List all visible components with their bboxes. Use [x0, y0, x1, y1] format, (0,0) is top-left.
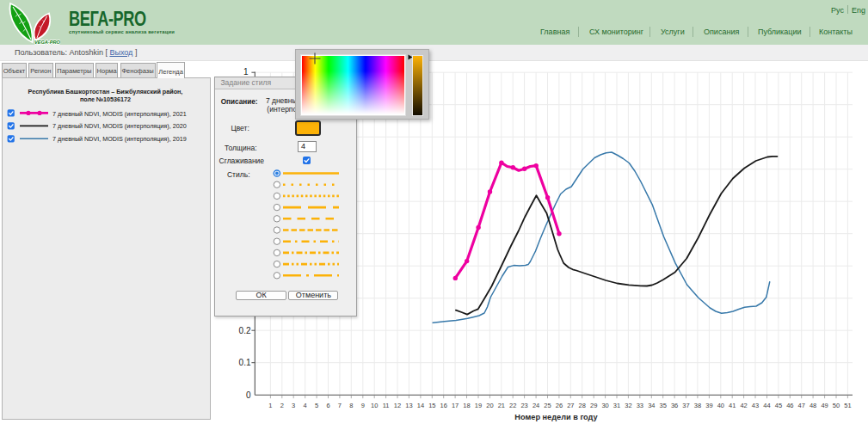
svg-text:19: 19 [475, 402, 482, 409]
svg-text:40: 40 [717, 402, 724, 409]
svg-text:2: 2 [280, 402, 284, 409]
svg-text:10: 10 [371, 402, 378, 409]
svg-text:3: 3 [292, 402, 295, 409]
svg-text:29: 29 [590, 402, 597, 409]
svg-text:0.1: 0.1 [239, 358, 251, 367]
svg-text:11: 11 [383, 402, 390, 409]
svg-text:33: 33 [637, 402, 643, 409]
svg-text:14: 14 [417, 402, 424, 409]
svg-text:43: 43 [752, 402, 759, 409]
svg-text:4: 4 [304, 402, 307, 409]
svg-text:0: 0 [246, 390, 251, 400]
svg-text:26: 26 [556, 402, 563, 409]
svg-text:Номер недели в году: Номер недели в году [514, 413, 598, 421]
svg-text:37: 37 [682, 402, 689, 409]
svg-text:51: 51 [844, 402, 851, 409]
svg-text:6: 6 [326, 402, 329, 409]
svg-text:12: 12 [394, 402, 401, 409]
svg-text:15: 15 [428, 402, 435, 409]
svg-text:17: 17 [452, 402, 459, 409]
svg-text:1: 1 [243, 67, 249, 77]
svg-text:23: 23 [520, 402, 527, 409]
svg-text:48: 48 [810, 402, 816, 409]
svg-text:28: 28 [579, 402, 586, 409]
svg-text:42: 42 [740, 402, 747, 409]
svg-text:13: 13 [405, 402, 412, 409]
svg-text:27: 27 [567, 402, 574, 409]
svg-text:9: 9 [361, 402, 365, 409]
svg-text:47: 47 [798, 402, 805, 409]
svg-text:46: 46 [786, 402, 793, 409]
svg-text:50: 50 [833, 402, 840, 409]
svg-text:25: 25 [544, 402, 551, 409]
svg-text:38: 38 [694, 402, 701, 409]
svg-text:VEGA-PRO: VEGA-PRO [34, 40, 60, 45]
svg-text:32: 32 [625, 402, 631, 409]
svg-text:7: 7 [338, 402, 342, 409]
svg-text:20: 20 [486, 402, 493, 409]
svg-text:34: 34 [648, 402, 655, 409]
svg-text:44: 44 [763, 402, 770, 409]
svg-text:8: 8 [349, 402, 353, 409]
svg-text:0.2: 0.2 [239, 326, 251, 335]
svg-text:39: 39 [705, 402, 712, 409]
svg-text:16: 16 [440, 402, 447, 409]
svg-text:45: 45 [775, 402, 782, 409]
svg-text:36: 36 [671, 402, 678, 409]
svg-text:5: 5 [315, 402, 318, 409]
svg-text:30: 30 [601, 402, 608, 409]
svg-text:21: 21 [498, 402, 505, 409]
svg-text:35: 35 [660, 402, 667, 409]
svg-text:18: 18 [463, 402, 470, 409]
svg-text:1: 1 [268, 402, 272, 409]
svg-text:41: 41 [729, 402, 736, 409]
svg-text:22: 22 [509, 402, 516, 409]
svg-text:49: 49 [821, 402, 828, 409]
svg-text:24: 24 [532, 402, 539, 409]
svg-text:31: 31 [613, 402, 620, 409]
